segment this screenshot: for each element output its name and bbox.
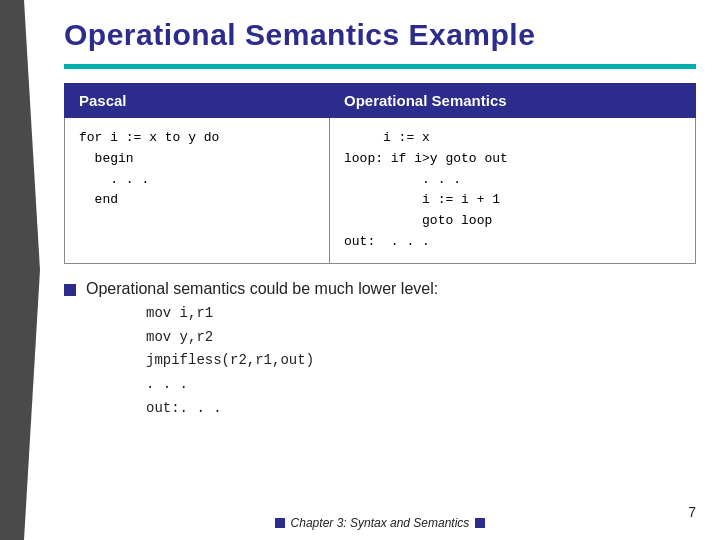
code-line-1: mov i,r1: [146, 302, 696, 326]
footer-bullet-right-icon: [475, 518, 485, 528]
col-header-pascal: Pascal: [65, 84, 330, 118]
ops-code: i := x loop: if i>y goto out . . . i := …: [344, 130, 508, 249]
main-content: Operational Semantics Example Pascal Ope…: [40, 0, 720, 540]
footer-page-number: 7: [688, 504, 696, 520]
bullet-text: Operational semantics could be much lowe…: [86, 280, 438, 298]
pascal-code-cell: for i := x to y do begin . . . end: [65, 118, 330, 264]
out-label: out:: [146, 397, 180, 421]
footer: Chapter 3: Syntax and Semantics 7: [40, 516, 720, 530]
code-line-4: . . .: [146, 373, 696, 397]
code-line-3: jmpifless(r2,r1,out): [146, 349, 696, 373]
code-line-2: mov y,r2: [146, 326, 696, 350]
pascal-code: for i := x to y do begin . . . end: [79, 130, 219, 207]
bullet-square-icon: [64, 284, 76, 296]
footer-inner: Chapter 3: Syntax and Semantics: [275, 516, 486, 530]
out-dots: . . .: [180, 397, 222, 421]
left-accent-arrow: [0, 0, 40, 540]
page-title: Operational Semantics Example: [64, 18, 696, 52]
ops-code-cell: i := x loop: if i>y goto out . . . i := …: [330, 118, 696, 264]
bullet-row: Operational semantics could be much lowe…: [64, 280, 696, 298]
title-bar: [64, 64, 696, 69]
footer-bullet-left-icon: [275, 518, 285, 528]
code-line-out: out: . . .: [146, 397, 696, 421]
semantics-table: Pascal Operational Semantics for i := x …: [64, 83, 696, 264]
code-block: mov i,r1 mov y,r2 jmpifless(r2,r1,out) .…: [146, 302, 696, 421]
footer-label: Chapter 3: Syntax and Semantics: [291, 516, 470, 530]
col-header-ops: Operational Semantics: [330, 84, 696, 118]
